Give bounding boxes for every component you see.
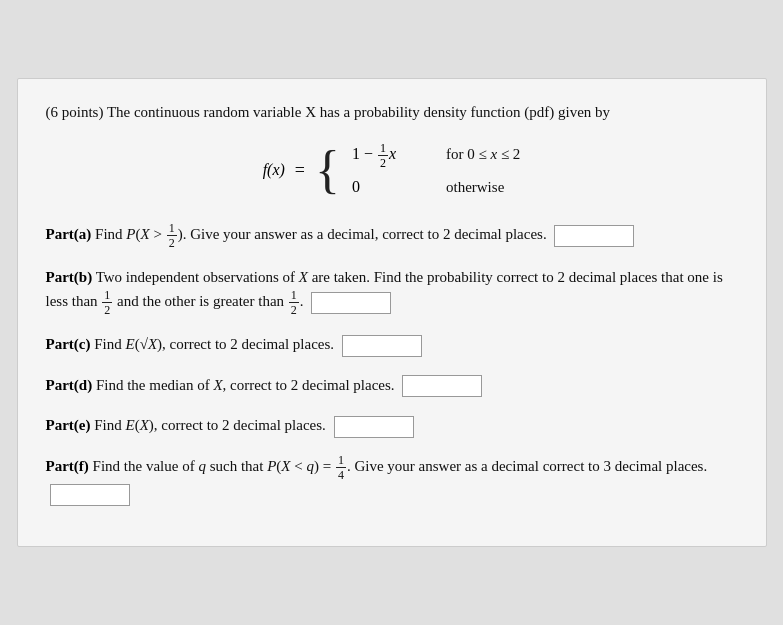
part-e-text: Find E(X), correct to 2 decimal places. xyxy=(94,417,329,433)
part-b-label: Part(b) xyxy=(46,269,93,285)
part-a: Part(a) Find P(X > 12). Give your answer… xyxy=(46,222,738,249)
pdf-formula-block: f(x) = { 1 − 12x for 0 ≤ x ≤ 2 0 otherwi… xyxy=(46,140,738,200)
part-e: Part(e) Find E(X), correct to 2 decimal … xyxy=(46,413,738,438)
intro-text: (6 points) The continuous random variabl… xyxy=(46,101,738,124)
part-a-answer[interactable] xyxy=(554,225,634,247)
part-b: Part(b) Two independent observations of … xyxy=(46,265,738,316)
part-a-label: Part(a) xyxy=(46,226,92,242)
case1-expr: 1 − 12x xyxy=(352,140,432,169)
fx-label: f(x) xyxy=(263,161,285,179)
part-b-answer[interactable] xyxy=(311,292,391,314)
equals-sign: = xyxy=(295,160,305,181)
part-f-text: Find the value of q such that P(X < q) =… xyxy=(93,458,708,474)
part-d-answer[interactable] xyxy=(402,375,482,397)
cases-block: 1 − 12x for 0 ≤ x ≤ 2 0 otherwise xyxy=(352,140,520,200)
case-row-1: 1 − 12x for 0 ≤ x ≤ 2 xyxy=(352,140,520,169)
part-e-answer[interactable] xyxy=(334,416,414,438)
case-row-2: 0 otherwise xyxy=(352,173,520,201)
part-d-text: Find the median of X, correct to 2 decim… xyxy=(96,377,398,393)
part-c-answer[interactable] xyxy=(342,335,422,357)
case2-expr: 0 xyxy=(352,173,432,200)
question-card: (6 points) The continuous random variabl… xyxy=(17,78,767,546)
case2-cond: otherwise xyxy=(446,175,504,201)
part-c-text: Find E(√X), correct to 2 decimal places. xyxy=(94,336,338,352)
part-f: Part(f) Find the value of q such that P(… xyxy=(46,454,738,506)
part-f-answer[interactable] xyxy=(50,484,130,506)
part-c: Part(c) Find E(√X), correct to 2 decimal… xyxy=(46,332,738,357)
case1-cond: for 0 ≤ x ≤ 2 xyxy=(446,142,520,168)
part-c-label: Part(c) xyxy=(46,336,91,352)
part-f-label: Part(f) xyxy=(46,458,89,474)
part-e-label: Part(e) xyxy=(46,417,91,433)
left-brace: { xyxy=(315,144,340,196)
part-d-label: Part(d) xyxy=(46,377,93,393)
part-d: Part(d) Find the median of X, correct to… xyxy=(46,373,738,398)
part-a-text: Find P(X > 12). Give your answer as a de… xyxy=(95,226,550,242)
